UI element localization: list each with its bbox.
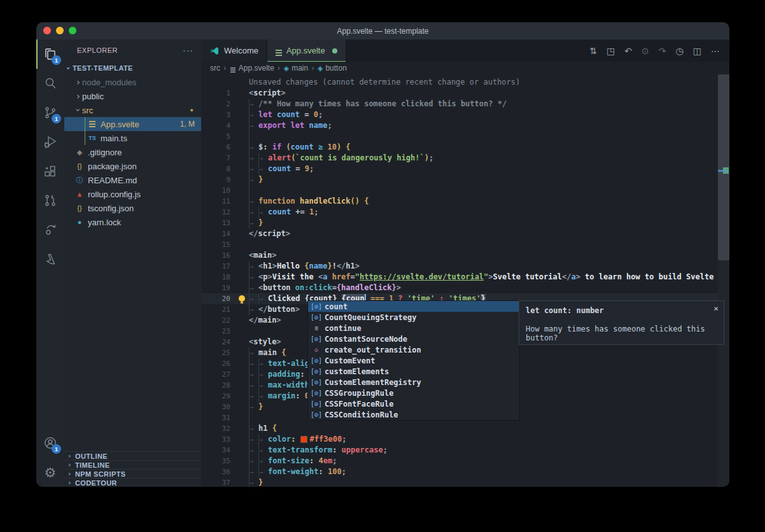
line-number: 12: [201, 208, 239, 216]
activity-search-icon[interactable]: [36, 69, 64, 98]
file-history-icon[interactable]: ◷: [676, 46, 684, 56]
file-row--gitignore[interactable]: ◆.gitignore: [64, 145, 201, 159]
blame-annotation-line[interactable]: Unsaved changes (cannot determine recent…: [201, 77, 718, 88]
close-icon[interactable]: ×: [713, 304, 719, 313]
code-token: button: [267, 305, 295, 314]
code-line[interactable]: 2→/** How many times has someone clicked…: [201, 99, 718, 109]
sidebar-panel-outline[interactable]: ›OUTLINE: [64, 451, 201, 460]
code-line[interactable]: 6→$: if (count ≥ 10) {: [201, 142, 718, 153]
next-change-icon[interactable]: ↷: [659, 46, 666, 56]
suggest-item-customevent[interactable]: [⊘]CustomEvent: [308, 355, 519, 366]
suggest-item-create_out_transition[interactable]: ◇create_out_transition: [308, 344, 519, 355]
file-row-tsconfig-json[interactable]: {}tsconfig.json: [64, 201, 201, 215]
code-line[interactable]: 37→}: [201, 477, 718, 487]
minimize-window-button[interactable]: [56, 27, 64, 34]
code-line[interactable]: 5→: [201, 131, 718, 142]
code-editor[interactable]: Unsaved changes (cannot determine recent…: [201, 74, 729, 487]
previous-change-icon[interactable]: ↶: [624, 46, 632, 56]
gutter: [239, 174, 249, 185]
code-line[interactable]: 3→let count = 0;: [201, 109, 718, 120]
suggest-item-constantsourcenode[interactable]: [⊘]ConstantSourceNode: [308, 333, 519, 344]
suggest-item-cssconditionrule[interactable]: [⊘]CSSConditionRule: [308, 409, 519, 420]
breadcrumb-item-button[interactable]: ◈button: [318, 64, 347, 73]
code-line[interactable]: 1<script>: [201, 88, 718, 99]
suggest-item-customelementregistry[interactable]: [⊘]CustomElementRegistry: [308, 377, 519, 388]
suggest-item-countqueuingstrategy[interactable]: [⊘]CountQueuingStrategy: [308, 312, 519, 323]
breadcrumb-item-src[interactable]: src: [210, 64, 220, 73]
current-change-icon[interactable]: ⊙: [642, 46, 649, 56]
activity-source-control-icon[interactable]: 1: [36, 98, 64, 127]
file-row-public[interactable]: ›public: [64, 89, 201, 103]
code-line[interactable]: 32→h1 {: [201, 423, 718, 434]
more-actions-icon[interactable]: ⋯: [711, 46, 720, 56]
file-row-main-ts[interactable]: TSmain.ts: [64, 131, 201, 145]
code-line[interactable]: 35→→font-size: 4em;: [201, 456, 718, 466]
zoom-window-button[interactable]: [69, 27, 76, 34]
file-row-rollup-config-js[interactable]: ▲rollup.config.js: [64, 187, 201, 201]
line-number: 26: [201, 360, 239, 368]
code-line[interactable]: 17→<h1>Hello {name}!</h1>: [201, 261, 718, 272]
code-line[interactable]: 16<main>: [201, 250, 718, 261]
tab-app-svelte[interactable]: App.svelte: [267, 39, 346, 62]
code-token: >: [267, 272, 272, 281]
breadcrumb-item-main[interactable]: ◈main: [284, 64, 308, 73]
code-line[interactable]: 34→→text-transform: uppercase;: [201, 445, 718, 456]
file-row-node-modules[interactable]: ›node_modules: [64, 75, 201, 89]
activity-run-debug-icon[interactable]: [36, 127, 64, 157]
file-row-package-json[interactable]: {}package.json: [64, 159, 201, 173]
suggest-item-cssgroupingrule[interactable]: [⊘]CSSGroupingRule: [308, 388, 519, 398]
code-line[interactable]: 18→<p>Visit the <a href="https://svelte.…: [201, 272, 718, 283]
gitlens-compare-icon[interactable]: ⇅: [589, 46, 597, 56]
sidebar-panel-npm-scripts[interactable]: ›NPM SCRIPTS: [64, 469, 201, 478]
suggest-item-customelements[interactable]: [⊘]customElements: [308, 366, 519, 377]
sidebar-panel-timeline[interactable]: ›TIMELINE: [64, 460, 201, 469]
line-content: →→alert(`count is dangerously high!`);: [249, 153, 718, 164]
code-line[interactable]: 33→→color: #ff3e00;: [201, 434, 718, 445]
code-line[interactable]: 12→→count += 1;: [201, 207, 718, 218]
open-preview-icon[interactable]: ◳: [607, 46, 615, 56]
activity-azure-icon[interactable]: [36, 244, 64, 274]
file-row-src[interactable]: ›src●: [64, 103, 201, 117]
activity-explorer-icon[interactable]: 1: [36, 39, 64, 69]
code-line[interactable]: 15: [201, 239, 718, 250]
code-token: >: [276, 316, 281, 325]
activity-settings-icon[interactable]: ⚙: [36, 458, 64, 487]
code-token: ;: [309, 164, 314, 173]
code-line[interactable]: 11→function handleClick() {: [201, 196, 718, 207]
gutter: [239, 402, 249, 412]
code-line[interactable]: 10→: [201, 185, 718, 196]
code-token: Svelte tutorial: [493, 272, 562, 281]
activity-live-share-icon[interactable]: [36, 215, 64, 244]
file-row-yarn-lock[interactable]: ●yarn.lock: [64, 215, 201, 229]
activity-extensions-icon[interactable]: [36, 157, 64, 186]
workspace-section-header[interactable]: › TEST-TEMPLATE: [64, 61, 201, 75]
split-editor-icon[interactable]: ◫: [693, 46, 701, 56]
code-line[interactable]: 13→}: [201, 218, 718, 228]
code-line[interactable]: 14</script>: [201, 228, 718, 239]
breadcrumb-item-app-svelte[interactable]: App.svelte: [230, 64, 274, 73]
suggest-item-count[interactable]: [⊘]count: [308, 301, 519, 312]
file-row-readme-md[interactable]: ⓘREADME.md: [64, 173, 201, 187]
code-line[interactable]: 8→→count = 9;: [201, 164, 718, 174]
close-window-button[interactable]: [43, 27, 51, 34]
tab-welcome[interactable]: Welcome: [201, 39, 267, 62]
file-label: public: [82, 92, 104, 101]
tab-whitespace-icon: →: [249, 142, 258, 153]
code-line[interactable]: 7→→alert(`count is dangerously high!`);: [201, 153, 718, 164]
activity-github-pr-icon[interactable]: [36, 186, 64, 215]
gutter: [239, 207, 249, 218]
lightbulb-icon[interactable]: [239, 295, 245, 302]
code-line[interactable]: 4→export let name;: [201, 120, 718, 131]
explorer-more-actions-icon[interactable]: ···: [183, 45, 193, 55]
code-line[interactable]: 36→→font-weight: 100;: [201, 466, 718, 477]
code-line[interactable]: 9→}: [201, 174, 718, 185]
activity-accounts-icon[interactable]: 1: [36, 428, 64, 458]
code-token: style: [253, 337, 276, 346]
file-row-app-svelte[interactable]: App.svelte1, M: [64, 117, 201, 131]
code-token: :: [309, 456, 318, 465]
suggest-item-cssfontfacerule[interactable]: [⊘]CSSFontFaceRule: [308, 398, 519, 409]
sidebar-panel-codetour[interactable]: ›CODETOUR: [64, 478, 201, 487]
suggest-item-continue[interactable]: ≣continue: [308, 323, 519, 333]
code-line[interactable]: 19→<button on:click={handleClick}>: [201, 283, 718, 293]
editor-scrollbar[interactable]: [718, 74, 729, 487]
